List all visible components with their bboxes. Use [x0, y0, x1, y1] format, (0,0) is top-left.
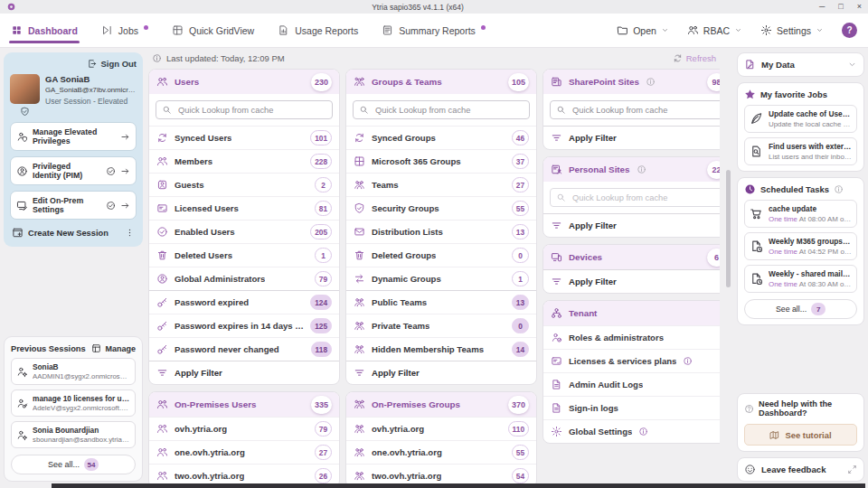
task-title: Weekly - shared mailbox email...: [769, 269, 852, 278]
row-label: Password expires in 14 days or fewer: [175, 321, 304, 331]
dashboard-icon: [11, 24, 23, 36]
quick-lookup-search[interactable]: [353, 100, 530, 119]
tab-usage-reports[interactable]: Usage Reports: [278, 14, 358, 47]
scheduled-task-item[interactable]: cache updateOne time At 08:00 AM on 2/21…: [744, 200, 857, 228]
leave-feedback-button[interactable]: Leave feedback: [737, 457, 864, 482]
tab-summary-reports[interactable]: Summary Reports: [382, 14, 486, 47]
window-plus-icon: [12, 227, 24, 239]
tab-dashboard[interactable]: Dashboard: [11, 14, 78, 47]
row-synced-users[interactable]: Synced Users101: [149, 126, 339, 149]
row-ovh-ytria-org[interactable]: ovh.ytria.org110: [346, 417, 536, 440]
apply-filter-button[interactable]: Apply Filter: [149, 361, 339, 384]
row-global-administrators[interactable]: Global Administrators79: [149, 267, 339, 290]
row-admin-audit-logs[interactable]: Admin Audit Logs: [543, 372, 720, 396]
card-count-badge: 22: [707, 161, 720, 179]
see-all-sessions-button[interactable]: See all... 54: [11, 455, 136, 474]
row-private-teams[interactable]: Private Teams0: [346, 314, 536, 337]
row-teams[interactable]: Teams27: [346, 173, 536, 196]
gear-icon: [760, 24, 772, 36]
row-synced-groups[interactable]: Synced Groups46: [346, 126, 536, 149]
manage-elevated-privileges-button[interactable]: Manage Elevated Privileges: [10, 122, 137, 151]
quick-lookup-input[interactable]: [571, 105, 720, 116]
quick-lookup-input[interactable]: [373, 105, 524, 116]
row-security-groups[interactable]: Security Groups55: [346, 196, 536, 220]
manage-sessions-button[interactable]: Manage: [91, 343, 136, 353]
row-label: Global Administrators: [175, 274, 265, 284]
tab-jobs[interactable]: Jobs: [101, 14, 148, 47]
apply-filter-button[interactable]: Apply Filter: [543, 213, 720, 237]
menu-rbac[interactable]: RBAC: [687, 24, 742, 36]
card-header-users[interactable]: Users230: [149, 70, 339, 94]
close-button[interactable]: ×: [857, 3, 862, 11]
create-new-session-button[interactable]: Create New Session: [10, 220, 137, 240]
previous-session-item[interactable]: Sonia Bounardjiansbounardjian@sandbox.yt…: [11, 421, 136, 448]
privileged-identity-pim-button[interactable]: Privileged Identity (PIM): [10, 156, 137, 185]
row-deleted-groups[interactable]: Deleted Groups0: [346, 243, 536, 267]
card-header-personal-sites[interactable]: Personal Sites22: [543, 157, 720, 182]
see-tutorial-button[interactable]: See tutorial: [744, 424, 857, 446]
card-header-tenant[interactable]: Tenant: [543, 301, 720, 325]
row-password-expired[interactable]: Password expired124: [149, 290, 339, 314]
menu-open[interactable]: Open: [617, 24, 669, 36]
row-members[interactable]: Members228: [149, 149, 339, 173]
row-password-expires-in-14-days-or-fewer[interactable]: Password expires in 14 days or fewer125: [149, 314, 339, 337]
scrollbar-thumb[interactable]: [726, 170, 731, 287]
see-all-tasks-button[interactable]: See all... 7: [744, 299, 857, 319]
favorite-job-item[interactable]: Update cache of Users, Groups...Update t…: [744, 105, 857, 133]
card-header-devices[interactable]: Devices6: [543, 245, 720, 269]
row-one-ovh-ytria-org[interactable]: one.ovh.ytria.org27: [149, 440, 339, 464]
row-ovh-ytria-org[interactable]: ovh.ytria.org79: [149, 417, 339, 440]
row-guests[interactable]: Guests2: [149, 173, 339, 196]
apply-filter-button[interactable]: Apply Filter: [346, 361, 536, 384]
card-header-on-premises-users[interactable]: On-Premises Users335: [149, 392, 339, 417]
more-options-icon[interactable]: [125, 228, 135, 238]
job-info: Update cache of Users, Groups...Update t…: [769, 109, 852, 128]
apply-filter-button[interactable]: Apply Filter: [543, 126, 720, 149]
apply-filter-button[interactable]: Apply Filter: [543, 269, 720, 293]
quick-lookup-search[interactable]: [156, 100, 333, 119]
scheduled-task-item[interactable]: Weekly - shared mailbox email...One time…: [744, 265, 857, 293]
help-button[interactable]: ?: [842, 23, 857, 38]
row-label: Distribution Lists: [372, 227, 443, 237]
quick-lookup-input[interactable]: [176, 105, 326, 116]
row-sign-in-logs[interactable]: Sign-in logs: [543, 396, 720, 419]
card-header-groups-teams[interactable]: Groups & Teams105: [346, 70, 536, 94]
menu-settings[interactable]: Settings: [760, 24, 824, 36]
scheduled-task-item[interactable]: Weekly M365 groups by guest...One time A…: [744, 232, 857, 260]
row-public-teams[interactable]: Public Teams13: [346, 290, 536, 314]
row-global-settings[interactable]: Global Settings: [543, 419, 720, 443]
tab-quick-gridview[interactable]: Quick GridView: [172, 14, 254, 47]
card-header-sharepoint-sites[interactable]: SharePoint Sites98: [543, 70, 720, 94]
row-password-never-changed[interactable]: Password never changed118: [149, 337, 339, 361]
row-distribution-lists[interactable]: Distribution Lists13: [346, 220, 536, 243]
row-one-ovh-ytria-org[interactable]: one.ovh.ytria.org55: [346, 440, 536, 464]
previous-session-item[interactable]: SoniaBAADMIN1@sygx2.onmicrosoft.com: [11, 358, 136, 385]
row-dynamic-groups[interactable]: Dynamic Groups1: [346, 267, 536, 290]
summary-icon: [382, 24, 393, 36]
quick-lookup-search[interactable]: [550, 188, 720, 207]
refresh-button[interactable]: Refresh: [673, 53, 716, 63]
row-roles-administrators[interactable]: Roles & administrators: [543, 325, 720, 349]
groups-icon: [354, 76, 365, 88]
row-microsoft-365-groups[interactable]: Microsoft 365 Groups37: [346, 149, 536, 173]
row-enabled-users[interactable]: Enabled Users205: [149, 220, 339, 243]
title-bar: Ytria sapio365 v4.1.1 (x64) ─ □ ×: [0, 0, 868, 14]
edit-on-prem-settings-button[interactable]: Edit On-Prem Settings: [10, 191, 137, 220]
sign-out-button[interactable]: Sign Out: [87, 59, 137, 69]
sign-out-icon: [87, 59, 97, 69]
row-licenses-services-plans[interactable]: Licenses & services plans: [543, 349, 720, 372]
row-hidden-membership-teams[interactable]: Hidden Membership Teams14: [346, 337, 536, 361]
quick-lookup-input[interactable]: [571, 192, 720, 203]
my-data-header[interactable]: My Data: [737, 52, 864, 77]
favorite-job-item[interactable]: Find users with external email ...List u…: [744, 137, 857, 165]
row-licensed-users[interactable]: Licensed Users81: [149, 196, 339, 220]
quick-lookup-search[interactable]: [550, 100, 720, 119]
smiley-icon: [744, 464, 756, 475]
session-icon: [16, 366, 28, 378]
card-header-on-premises-groups[interactable]: On-Premises Groups370: [346, 392, 536, 417]
row-deleted-users[interactable]: Deleted Users1: [149, 243, 339, 267]
minimize-button[interactable]: ─: [819, 3, 825, 11]
restore-button[interactable]: □: [838, 3, 843, 11]
main-scrollbar[interactable]: [725, 52, 731, 487]
previous-session-item[interactable]: manage 10 licenses for users in M...Adel…: [11, 389, 136, 417]
